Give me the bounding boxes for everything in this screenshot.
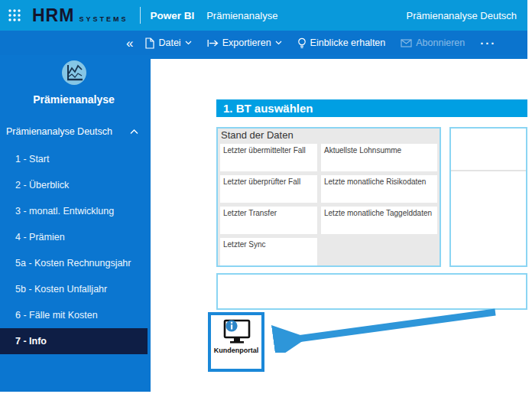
stand-der-daten-title: Stand der Daten [218, 129, 440, 144]
chevron-down-icon [185, 41, 192, 45]
sidebar-title: Prämienanalyse [0, 93, 148, 106]
stand-cell: Aktuellste Lohnsumme [321, 144, 437, 171]
empty-detail-panel [449, 127, 527, 267]
chevron-up-icon [130, 129, 138, 135]
stand-grid: Letzter übermittelter FallAktuellste Loh… [218, 144, 440, 265]
file-icon [145, 37, 154, 49]
main-region: Prämienanalyse Prämienanalyse Deutsch 1 … [0, 55, 527, 392]
sidebar-section-label: Prämienanalyse Deutsch [6, 126, 112, 137]
export-menu-button[interactable]: Exportieren [207, 37, 282, 48]
subscribe-label: Abonnieren [416, 37, 465, 48]
app-window: HRM SYSTEMS Power BI Prämienanalyse Präm… [0, 0, 527, 392]
export-icon [207, 39, 219, 47]
report-title-right: Prämienanalyse Deutsch [406, 10, 517, 21]
logo-text-main: HRM [32, 5, 74, 26]
stand-cell: Letzter überprüfter Fall [220, 175, 317, 203]
file-menu-label: Datei [158, 37, 180, 48]
sidebar-item-7-info[interactable]: 7 - Info [0, 328, 148, 354]
sidebar-section-header[interactable]: Prämienanalyse Deutsch [0, 126, 148, 137]
hrm-systems-logo: HRM SYSTEMS [32, 5, 128, 26]
kundenportal-label: Kundenportal [214, 347, 259, 354]
sidebar-item-6-f-lle-mit-kosten[interactable]: 6 - Fälle mit Kosten [0, 302, 148, 328]
envelope-icon [401, 39, 412, 47]
sidebar-item-4-pr-mien[interactable]: 4 - Prämien [0, 224, 148, 250]
pages-sidebar: Prämienanalyse Prämienanalyse Deutsch 1 … [0, 55, 148, 392]
sidebar-item-3-monatl-entwicklung[interactable]: 3 - monatl. Entwicklung [0, 198, 148, 224]
stand-cell: Letzter Sync [220, 238, 317, 265]
sidebar-item-1-start[interactable]: 1 - Start [0, 146, 148, 172]
top-bar: HRM SYSTEMS Power BI Prämienanalyse Präm… [0, 0, 527, 31]
file-menu-button[interactable]: Datei [145, 37, 191, 49]
more-options-icon[interactable]: ··· [480, 37, 496, 50]
panel-divider [451, 170, 526, 171]
chevron-down-icon [275, 41, 282, 45]
report-toolbar: « Datei Exportieren [0, 31, 527, 55]
stand-cell: Letzte monatliche Risikodaten [321, 175, 437, 203]
app-launcher-icon[interactable] [8, 8, 21, 22]
get-insights-button[interactable]: Einblicke erhalten [297, 37, 386, 49]
sidebar-nav: 1 - Start2 - Überblick3 - monatl. Entwic… [0, 146, 148, 354]
report-title: Prämienanalyse [206, 10, 277, 21]
topbar-divider [140, 7, 141, 24]
export-menu-label: Exportieren [222, 37, 271, 48]
stand-cell: Letzter Transfer [220, 207, 317, 234]
sidebar-item-5b-kosten-unfalljahr[interactable]: 5b - Kosten Unfalljahr [0, 276, 148, 302]
annotation-arrow [269, 305, 502, 353]
logo-text-sub: SYSTEMS [79, 15, 128, 23]
sidebar-item-5a-kosten-rechnungsjahr[interactable]: 5a - Kosten Rechnungsjahr [0, 250, 148, 276]
powerbi-label[interactable]: Power BI [150, 10, 194, 21]
subscribe-button[interactable]: Abonnieren [401, 37, 465, 48]
report-canvas: 1. BT auswählen Stand der Daten Letzter … [148, 55, 527, 392]
monitor-info-icon [220, 318, 252, 346]
collapse-pane-icon[interactable]: « [126, 37, 133, 50]
lightbulb-icon [297, 37, 307, 49]
stand-cell: Letzter übermittelter Fall [220, 144, 317, 171]
praemienanalyse-logo-icon [60, 59, 88, 86]
page-title-banner: 1. BT auswählen [216, 99, 527, 117]
stand-cell: Letzte monatliche Taggelddaten [321, 207, 437, 234]
kundenportal-button[interactable]: Kundenportal [208, 312, 264, 372]
sidebar-item-2-berblick[interactable]: 2 - Überblick [0, 172, 148, 198]
empty-footer-panel [216, 273, 527, 310]
get-insights-label: Einblicke erhalten [310, 37, 386, 48]
stand-der-daten-panel: Stand der Daten Letzter übermittelter Fa… [216, 127, 441, 267]
